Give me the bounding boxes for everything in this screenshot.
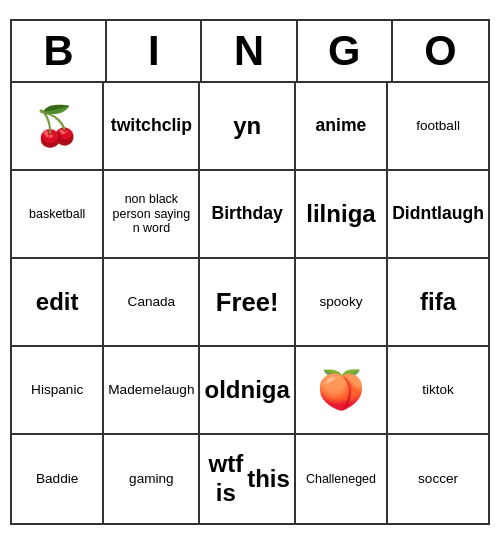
bingo-cell: Didntlaugh xyxy=(388,171,488,259)
bingo-cell: Canada xyxy=(104,259,200,347)
bingo-cell: gaming xyxy=(104,435,200,523)
bingo-cell: anime xyxy=(296,83,388,171)
bingo-cell: basketball xyxy=(12,171,104,259)
bingo-cell: football xyxy=(388,83,488,171)
bingo-cell: fifa xyxy=(388,259,488,347)
bingo-cell: 🍑 xyxy=(296,347,388,435)
bingo-cell: soccer xyxy=(388,435,488,523)
bingo-cell: yn xyxy=(200,83,295,171)
bingo-cell: tiktok xyxy=(388,347,488,435)
bingo-cell: Mademelaugh xyxy=(104,347,200,435)
bingo-cell: Free! xyxy=(200,259,295,347)
header-letter: I xyxy=(107,21,202,81)
bingo-card: BINGO 🍒twitchclipynanimefootballbasketba… xyxy=(10,19,490,525)
bingo-cell: non black person saying n word xyxy=(104,171,200,259)
bingo-cell: 🍒 xyxy=(12,83,104,171)
bingo-cell: Birthday xyxy=(200,171,295,259)
bingo-grid: 🍒twitchclipynanimefootballbasketballnon … xyxy=(12,83,488,523)
header-letter: G xyxy=(298,21,393,81)
bingo-cell: oldniga xyxy=(200,347,295,435)
bingo-cell: wtf isthis xyxy=(200,435,295,523)
bingo-cell: Challeneged xyxy=(296,435,388,523)
bingo-cell: Hispanic xyxy=(12,347,104,435)
header-letter: B xyxy=(12,21,107,81)
header-letter: N xyxy=(202,21,297,81)
bingo-cell: edit xyxy=(12,259,104,347)
header-letter: O xyxy=(393,21,488,81)
bingo-header: BINGO xyxy=(12,21,488,83)
bingo-cell: Baddie xyxy=(12,435,104,523)
bingo-cell: lilniga xyxy=(296,171,388,259)
bingo-cell: twitchclip xyxy=(104,83,200,171)
bingo-cell: spooky xyxy=(296,259,388,347)
